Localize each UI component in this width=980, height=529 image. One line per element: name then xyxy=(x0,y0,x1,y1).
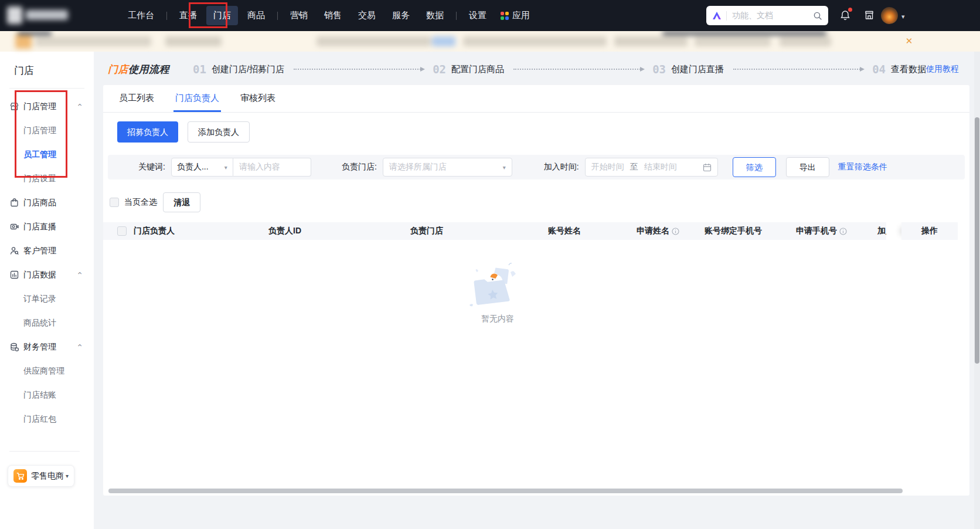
storefront-icon xyxy=(9,101,19,111)
nav-item-service[interactable]: 服务 xyxy=(385,6,417,25)
primary-nav: 工作台 直播 门店 商品 营销 销售 交易 服务 数据 设置 应用 xyxy=(120,6,536,25)
tab-store-managers[interactable]: 门店负责人 xyxy=(173,85,221,112)
step-label: 创建门店直播 xyxy=(671,64,724,75)
search-divider xyxy=(726,11,727,21)
sidebar-item-store-redpacket[interactable]: 门店红包 xyxy=(0,407,94,431)
nav-item-sales[interactable]: 销售 xyxy=(317,6,349,25)
column-manager-id: 负责人ID xyxy=(268,226,410,236)
close-icon[interactable]: ✕ xyxy=(904,36,914,46)
main-panel: 员工列表 门店负责人 审核列表 招募负责人 添加负责人 关键词: 负责人... … xyxy=(103,85,969,496)
sidebar-group-finance[interactable]: 财务管理 ⌃ xyxy=(0,335,94,359)
live-camera-icon xyxy=(9,222,19,232)
nav-item-store[interactable]: 门店 xyxy=(206,6,238,25)
workspace-switcher[interactable]: 零售电商 ▾ xyxy=(8,465,74,487)
sidebar-divider xyxy=(9,88,84,89)
sidebar-group-store-data[interactable]: 门店数据 ⌃ xyxy=(0,263,94,287)
app-root: 工作台 直播 门店 商品 营销 销售 交易 服务 数据 设置 应用 xyxy=(0,0,980,529)
store-filter-label: 负责门店: xyxy=(342,162,377,172)
table-header-scrollable: 门店负责人 负责人ID 负责门店 账号姓名 申请姓名 账号绑定手机号 申请手机号… xyxy=(103,222,886,240)
empty-folder-illustration xyxy=(460,259,518,310)
sidebar-item-store-live[interactable]: 门店直播 xyxy=(0,215,94,239)
user-avatar[interactable] xyxy=(881,7,898,24)
column-actions: 操作 xyxy=(901,222,958,240)
column-store-manager: 门店负责人 xyxy=(134,226,268,236)
dotted-arrow xyxy=(294,69,423,70)
reset-filters-link[interactable]: 重置筛选条件 xyxy=(838,162,887,172)
sidebar-group-label: 门店数据 xyxy=(23,270,56,280)
calendar-icon xyxy=(703,163,712,172)
shopping-bag-icon xyxy=(9,198,19,208)
nav-item-marketing[interactable]: 营销 xyxy=(283,6,315,25)
storefront-nav-icon[interactable] xyxy=(863,9,875,21)
tab-bar: 员工列表 门店负责人 审核列表 xyxy=(103,85,969,113)
dotted-arrow xyxy=(733,69,863,70)
sidebar-item-goods-stats[interactable]: 商品统计 xyxy=(0,311,94,335)
date-range-separator: 至 xyxy=(630,162,638,172)
notification-badge-dot xyxy=(848,8,852,12)
keyword-input[interactable]: 请输入内容 xyxy=(233,158,311,177)
sidebar-item-store-settings[interactable]: 门店设置 xyxy=(0,167,94,191)
sidebar-item-customer-management[interactable]: 客户管理 xyxy=(0,239,94,263)
global-search[interactable]: 功能、文档 xyxy=(706,6,828,25)
sidebar-item-order-records[interactable]: 订单记录 xyxy=(0,287,94,311)
step-label: 配置门店商品 xyxy=(451,64,504,75)
select-all-label: 当页全选 xyxy=(124,197,157,208)
finance-coins-icon xyxy=(9,342,19,352)
sidebar-item-label: 门店直播 xyxy=(23,222,56,232)
dismiss-button[interactable]: 清退 xyxy=(163,192,200,212)
info-icon[interactable] xyxy=(839,228,847,235)
step-number: 02 xyxy=(433,63,446,76)
sidebar-item-label: 门店商品 xyxy=(23,198,56,208)
bulk-select-row: 当页全选 清退 xyxy=(110,192,969,212)
column-apply-phone: 申请手机号 xyxy=(796,226,877,236)
step-number: 01 xyxy=(193,63,206,76)
search-icon[interactable] xyxy=(813,11,822,21)
tab-staff-list[interactable]: 员工列表 xyxy=(117,85,156,112)
sidebar-group-label: 财务管理 xyxy=(23,342,56,352)
account-chevron-down-icon[interactable]: ▾ xyxy=(901,13,905,21)
assistant-logo-icon xyxy=(712,11,722,21)
nav-item-trade[interactable]: 交易 xyxy=(351,6,383,25)
filter-bar: 关键词: 负责人... ▾ 请输入内容 负责门店: 请选择所属门店 ▾ 加入时间… xyxy=(108,155,965,179)
nav-item-apps[interactable]: 应用 xyxy=(495,6,536,25)
sidebar-item-supplier-management[interactable]: 供应商管理 xyxy=(0,359,94,383)
chevron-up-icon: ⌃ xyxy=(76,102,83,111)
store-select[interactable]: 请选择所属门店 ▾ xyxy=(383,158,512,177)
sidebar-group-store-management[interactable]: 门店管理 ⌃ xyxy=(0,94,94,118)
chevron-up-icon: ⌃ xyxy=(76,343,83,352)
select-all-checkbox[interactable] xyxy=(110,198,119,207)
info-icon[interactable] xyxy=(672,228,679,235)
workflow-step-4: 04 查看数据 xyxy=(872,63,926,76)
sidebar-item-staff-management[interactable]: 员工管理 xyxy=(0,143,94,167)
workflow-title-rest: 使用流程 xyxy=(128,64,169,75)
tab-review-list[interactable]: 审核列表 xyxy=(239,85,277,112)
table-header: 门店负责人 负责人ID 负责门店 账号姓名 申请姓名 账号绑定手机号 申请手机号… xyxy=(103,222,969,240)
date-range-picker[interactable]: 开始时间 至 结束时间 xyxy=(585,158,718,177)
sidebar-item-store-settlement[interactable]: 门店结账 xyxy=(0,383,94,407)
recruit-manager-button[interactable]: 招募负责人 xyxy=(117,121,178,143)
add-manager-button[interactable]: 添加负责人 xyxy=(188,121,250,143)
end-date-placeholder: 结束时间 xyxy=(644,162,677,172)
join-time-label: 加入时间: xyxy=(544,162,579,172)
sidebar-item-store-management[interactable]: 门店管理 xyxy=(0,118,94,143)
filter-button[interactable]: 筛选 xyxy=(733,157,776,177)
column-account-name: 账号姓名 xyxy=(548,226,637,236)
announcement-redacted-text xyxy=(0,31,980,52)
sidebar-item-store-goods[interactable]: 门店商品 xyxy=(0,191,94,215)
horizontal-scrollbar-thumb[interactable] xyxy=(108,489,903,493)
empty-state: 暂无内容 xyxy=(460,259,536,324)
vertical-scrollbar-thumb[interactable] xyxy=(975,117,979,364)
nav-item-data[interactable]: 数据 xyxy=(419,6,451,25)
column-apply-name: 申请姓名 xyxy=(637,226,705,236)
notifications-bell-icon[interactable] xyxy=(839,9,851,21)
nav-item-workbench[interactable]: 工作台 xyxy=(121,6,161,25)
tutorial-link[interactable]: 使用教程 xyxy=(926,64,959,74)
nav-item-settings[interactable]: 设置 xyxy=(462,6,494,25)
column-managed-store: 负责门店 xyxy=(410,226,548,236)
header-checkbox[interactable] xyxy=(117,226,127,236)
nav-item-goods[interactable]: 商品 xyxy=(240,6,272,25)
export-button[interactable]: 导出 xyxy=(786,157,829,177)
keyword-type-select[interactable]: 负责人... ▾ xyxy=(171,158,233,177)
nav-item-live[interactable]: 直播 xyxy=(172,6,204,25)
apps-grid-icon xyxy=(501,12,509,20)
